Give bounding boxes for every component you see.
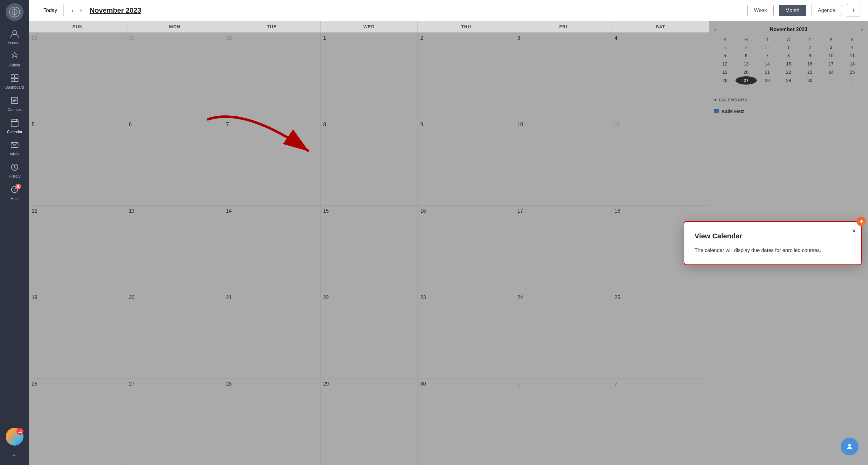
svg-rect-6 <box>15 75 18 78</box>
sidebar-label-inbox: Inbox <box>10 152 19 156</box>
sidebar-label-help: Help <box>11 197 19 201</box>
modal-title: View Calendar <box>694 232 851 240</box>
month-title: November 2023 <box>90 6 142 14</box>
sidebar-item-inbox[interactable]: Inbox <box>0 137 29 159</box>
month-view-button[interactable]: Month <box>779 5 806 16</box>
svg-point-22 <box>848 444 851 446</box>
calendar-toolbar: Today ‹ › November 2023 Week Month Agend… <box>29 0 868 21</box>
sidebar-item-help[interactable]: ? 6 Help <box>0 182 29 204</box>
notification-count: 11 <box>17 428 24 435</box>
svg-rect-7 <box>11 79 14 82</box>
help-badge-count: 6 <box>15 184 21 190</box>
sidebar-item-courses[interactable]: Courses <box>0 93 29 115</box>
inbox-icon <box>10 141 19 151</box>
sidebar-label-courses: Courses <box>8 108 22 112</box>
sidebar-item-dashboard[interactable]: Dashboard <box>0 70 29 93</box>
add-event-button[interactable]: + <box>847 4 860 17</box>
collapse-button[interactable]: ← <box>9 449 20 461</box>
notification-avatar[interactable]: 11 <box>6 428 24 446</box>
fab-orange-icon: ✦ <box>859 218 864 225</box>
fab-container <box>841 438 859 456</box>
modal-body: The calendar will display due dates for … <box>694 246 851 254</box>
sidebar: Account Admin Dashboard Courses Calendar… <box>0 0 29 465</box>
dashboard-icon <box>10 74 19 84</box>
svg-rect-8 <box>15 79 18 82</box>
sidebar-item-calendar[interactable]: Calendar <box>0 115 29 137</box>
sidebar-label-admin: Admin <box>9 63 20 67</box>
nav-arrows: ‹ › <box>69 5 85 15</box>
week-view-button[interactable]: Week <box>747 5 774 16</box>
sidebar-label-history: History <box>8 174 20 179</box>
main-content: Today ‹ › November 2023 Week Month Agend… <box>29 0 868 465</box>
fab-blue-button[interactable] <box>841 438 859 456</box>
sidebar-item-admin[interactable]: Admin <box>0 48 29 70</box>
sidebar-bottom: 11 ← <box>0 428 29 465</box>
sidebar-label-calendar: Calendar <box>7 130 23 134</box>
agenda-view-button[interactable]: Agenda <box>811 5 842 16</box>
sidebar-label-account: Account <box>8 41 21 45</box>
app-logo[interactable] <box>6 3 24 21</box>
modal-overlay: ✦ View Calendar × The calendar will disp… <box>29 21 868 465</box>
sidebar-label-dashboard: Dashboard <box>5 85 24 90</box>
modal-container: ✦ View Calendar × The calendar will disp… <box>684 221 862 265</box>
help-badge-icon: ? 6 <box>10 185 19 195</box>
sidebar-item-account[interactable]: Account <box>0 26 29 48</box>
history-icon <box>10 163 19 173</box>
sidebar-item-history[interactable]: History <box>0 159 29 182</box>
prev-button[interactable]: ‹ <box>69 5 76 15</box>
calendar-icon <box>10 118 19 128</box>
account-icon <box>10 29 19 39</box>
svg-rect-13 <box>11 120 18 126</box>
courses-icon <box>10 96 19 106</box>
today-button[interactable]: Today <box>37 5 64 16</box>
svg-rect-5 <box>11 75 14 78</box>
fab-orange[interactable]: ✦ <box>857 217 866 226</box>
admin-icon <box>10 52 19 62</box>
next-button[interactable]: › <box>77 5 85 15</box>
svg-point-4 <box>13 30 17 34</box>
modal-dialog: View Calendar × The calendar will displa… <box>684 221 862 265</box>
modal-close-button[interactable]: × <box>852 227 856 235</box>
